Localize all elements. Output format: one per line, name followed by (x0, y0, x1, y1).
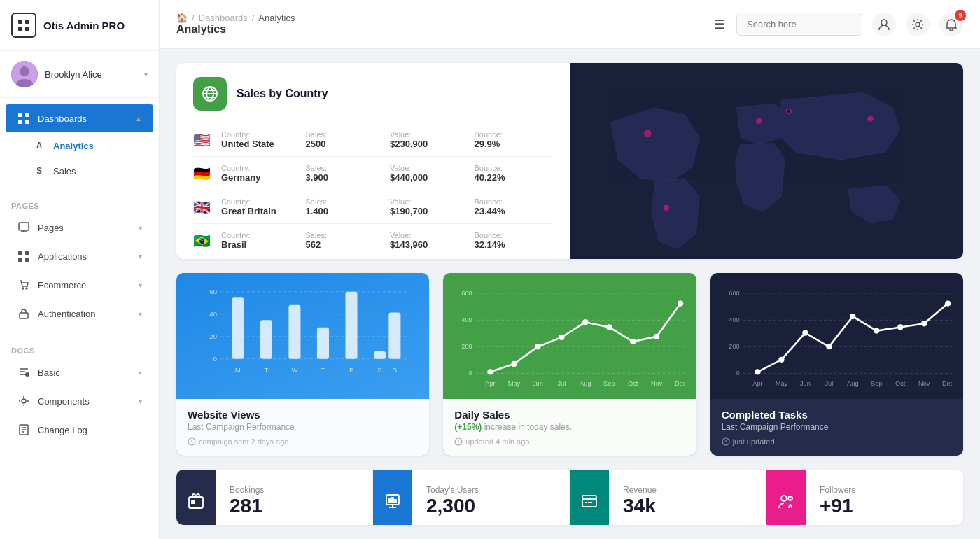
breadcrumb-analytics: Analytics (258, 13, 295, 23)
sales-by-country-title: Sales by Country (237, 88, 328, 100)
svg-point-17 (26, 288, 27, 289)
svg-point-95 (921, 321, 927, 326)
table-row: 🇧🇷 Country:Brasil Sales:562 Value:$143,9… (193, 224, 553, 257)
ecommerce-icon (17, 278, 31, 292)
sidebar-item-ecommerce[interactable]: Ecommerce ▾ (6, 271, 153, 299)
bookings-label: Bookings (230, 485, 358, 495)
table-row: 🇩🇪 Country:Germany Sales:3.900 Value:$44… (193, 157, 553, 190)
breadcrumb-sep2: / (252, 13, 255, 23)
svg-point-110 (781, 496, 787, 501)
profile-icon[interactable] (872, 13, 896, 36)
svg-text:May: May (775, 380, 788, 387)
svg-point-5 (20, 66, 29, 76)
svg-text:Sep: Sep (871, 380, 882, 387)
sales-label: Sales (53, 166, 76, 176)
svg-text:200: 200 (462, 343, 472, 350)
completed-tasks-subtitle: Last Campaign Performance (722, 422, 952, 432)
svg-rect-10 (25, 120, 29, 124)
nav-pages-section: PAGES Pages ▾ Applications ▾ (0, 189, 159, 334)
svg-point-19 (25, 372, 29, 377)
applications-icon (17, 249, 31, 263)
charts-row: 60 40 20 0 M T (176, 273, 963, 456)
revenue-label: Revenue (623, 485, 752, 495)
completed-tasks-title: Completed Tasks (722, 409, 952, 421)
svg-text:400: 400 (462, 316, 472, 323)
dashboards-icon (17, 111, 31, 125)
svg-rect-15 (25, 258, 29, 262)
svg-rect-43 (374, 351, 386, 359)
breadcrumb: 🏠 / Dashboards / Analytics Analytics (176, 13, 692, 36)
svg-text:Dec: Dec (942, 380, 952, 387)
topbar: 🏠 / Dashboards / Analytics Analytics ☰ 9 (160, 0, 980, 49)
docs-section-title: DOCS (0, 340, 159, 358)
changelog-label: Change Log (38, 425, 142, 435)
svg-text:T: T (264, 366, 268, 374)
svg-text:Apr: Apr (486, 380, 496, 387)
sidebar-item-sales[interactable]: S Sales (0, 158, 159, 183)
svg-rect-14 (18, 258, 22, 262)
hamburger-icon[interactable]: ☰ (714, 17, 725, 32)
svg-text:Aug: Aug (580, 380, 591, 387)
svg-point-62 (512, 361, 517, 367)
line-chart-dark-svg: 600 400 200 0 Apr (722, 284, 952, 396)
website-views-meta: campaign sent 2 days ago (188, 438, 418, 446)
svg-point-66 (606, 324, 612, 330)
card-header: Sales by Country (193, 77, 553, 111)
svg-point-61 (488, 369, 493, 374)
svg-point-92 (850, 314, 855, 319)
svg-text:W: W (291, 366, 298, 374)
sidebar: Otis Admin PRO Brooklyn Alice ▾ Dashboar (0, 0, 160, 539)
completed-tasks-meta: just updated (722, 438, 952, 446)
nav-docs-section: DOCS Basic ▾ Components ▾ Change Log (0, 334, 159, 450)
svg-rect-18 (20, 313, 28, 318)
components-label: Components (38, 396, 132, 407)
settings-icon[interactable] (906, 13, 930, 36)
svg-rect-109 (582, 496, 596, 507)
svg-point-93 (874, 328, 879, 333)
revenue-stat: Revenue 34k (609, 470, 766, 525)
pages-icon (17, 220, 31, 234)
applications-label: Applications (38, 251, 132, 262)
svg-text:Jul: Jul (558, 380, 566, 387)
svg-rect-0 (18, 20, 22, 24)
sidebar-item-authentication[interactable]: Authentication ▾ (6, 300, 153, 328)
svg-point-26 (756, 118, 762, 123)
sidebar-item-basic[interactable]: Basic ▾ (6, 358, 153, 386)
sidebar-item-components[interactable]: Components ▾ (6, 387, 153, 415)
sidebar-item-changelog[interactable]: Change Log (6, 416, 153, 444)
svg-text:Jul: Jul (825, 380, 833, 387)
search-input[interactable] (736, 13, 862, 36)
line-chart-green-svg: 600 400 200 0 (454, 284, 685, 396)
breadcrumb-dashboards: Dashboards (199, 13, 248, 23)
daily-sales-chart: 600 400 200 0 (443, 273, 696, 399)
flag-us: 🇺🇸 (193, 132, 216, 148)
table-row: 🇬🇧 Country:Great Britain Sales:1.400 Val… (193, 190, 553, 224)
sidebar-item-analytics[interactable]: A Analytics (0, 133, 159, 158)
svg-rect-1 (25, 20, 29, 24)
svg-text:S: S (377, 366, 382, 374)
sidebar-user[interactable]: Brooklyn Alice ▾ (0, 51, 159, 98)
svg-text:40: 40 (209, 310, 217, 318)
svg-text:0: 0 (736, 370, 739, 377)
flag-de: 🇩🇪 (193, 165, 216, 182)
content-area: Sales by Country 🇺🇸 Country:United State… (160, 49, 980, 539)
authentication-icon (17, 307, 31, 321)
svg-point-27 (664, 205, 669, 211)
svg-rect-8 (25, 113, 29, 117)
website-views-title: Website Views (188, 409, 418, 421)
pages-section-title: PAGES (0, 195, 159, 213)
svg-point-96 (945, 300, 951, 306)
table-row: 🇺🇸 Country:United State Sales:2500 Value… (193, 123, 553, 157)
notifications-icon[interactable]: 9 (939, 13, 963, 36)
svg-rect-44 (388, 312, 400, 358)
bookings-icon-box (176, 470, 216, 525)
page-title: Analytics (176, 23, 295, 36)
sidebar-item-pages[interactable]: Pages ▾ (6, 214, 153, 241)
sales-by-country-card: Sales by Country 🇺🇸 Country:United State… (176, 63, 963, 259)
sidebar-item-applications[interactable]: Applications ▾ (6, 242, 153, 270)
nav-dashboards-section: Dashboards ▲ A Analytics S Sales (0, 98, 159, 189)
completed-tasks-footer: Completed Tasks Last Campaign Performanc… (710, 399, 963, 456)
sidebar-item-dashboards[interactable]: Dashboards ▲ (6, 104, 153, 132)
svg-text:Nov: Nov (918, 380, 930, 387)
followers-label: Followers (820, 485, 949, 495)
